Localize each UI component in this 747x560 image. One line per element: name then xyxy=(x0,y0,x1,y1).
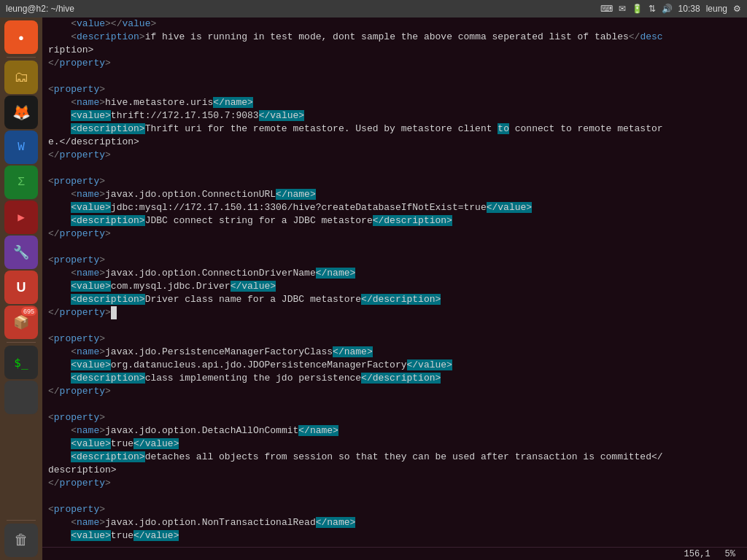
sidebar-divider-3 xyxy=(7,520,36,521)
code-line: <description>class implementing the jdo … xyxy=(42,372,747,385)
code-line xyxy=(42,241,747,254)
code-line: <name>javax.jdo.PersistenceManagerFactor… xyxy=(42,346,747,359)
sidebar-item-firefox[interactable]: 🦊 xyxy=(4,96,38,129)
sidebar-item-workspace[interactable] xyxy=(4,381,38,414)
battery-icon: 🔋 xyxy=(632,4,643,14)
sidebar-item-software[interactable]: 📦 695 xyxy=(4,306,38,339)
update-badge: 695 xyxy=(21,307,36,316)
code-line: <description>Driver class name for a JDB… xyxy=(42,293,747,306)
sidebar: ● 🗂 🦊 W Σ ▶ 🔧 U 📦 695 $_ 🗑 xyxy=(0,18,42,560)
code-line: </property> xyxy=(42,385,747,398)
settings-icon[interactable]: ⚙ xyxy=(733,4,741,14)
code-line: <description>Thrift uri for the remote m… xyxy=(42,122,747,136)
code-line: ription> xyxy=(42,44,747,57)
topbar-title: leung@h2: ~/hive xyxy=(6,4,74,14)
code-line: <property> xyxy=(42,254,747,267)
code-line: <property> xyxy=(42,332,747,346)
code-line: <value>org.datanucleus.api.jdo.JDOPersis… xyxy=(42,359,747,372)
code-line: <description>if hive is running in test … xyxy=(42,31,747,44)
code-line xyxy=(42,162,747,175)
code-line: <value>thrift://172.17.150.7:9083</value… xyxy=(42,109,747,122)
statusbar: 156,1 5% xyxy=(42,547,747,560)
sidebar-item-trash[interactable]: 🗑 xyxy=(4,524,38,557)
code-line: <value>jdbc:mysql://172.17.150.11:3306/h… xyxy=(42,201,747,214)
code-line: <property> xyxy=(42,503,747,516)
sidebar-item-ublock[interactable]: U xyxy=(4,271,38,304)
sidebar-item-writer[interactable]: W xyxy=(4,131,38,164)
code-line xyxy=(42,70,747,83)
code-line: <name>javax.jdo.option.NonTransactionalR… xyxy=(42,516,747,529)
code-line: <value>true</value> xyxy=(42,529,747,542)
editor-content[interactable]: <value></value> <description>if hive is … xyxy=(42,18,747,547)
sidebar-item-files[interactable]: 🗂 xyxy=(4,61,38,94)
sidebar-divider-1 xyxy=(7,57,36,58)
sidebar-item-impress[interactable]: ▶ xyxy=(4,201,38,234)
topbar: leung@h2: ~/hive ⌨ ✉ 🔋 ⇅ 🔊 10:38 leung ⚙ xyxy=(0,0,747,18)
main-editor: <value></value> <description>if hive is … xyxy=(42,18,747,560)
code-line: <property> xyxy=(42,411,747,424)
volume-icon: 🔊 xyxy=(662,4,673,14)
code-line: <name>javax.jdo.option.ConnectionURL</na… xyxy=(42,188,747,201)
sidebar-item-terminal[interactable]: $_ xyxy=(4,346,38,379)
code-line: <value>true</value> xyxy=(42,438,747,451)
code-line: <property> xyxy=(42,83,747,96)
network-icon: ⇅ xyxy=(649,4,656,14)
statusbar-scroll: 5% xyxy=(725,549,735,559)
code-line xyxy=(42,490,747,503)
code-line: </property> xyxy=(42,57,747,70)
sidebar-divider-2 xyxy=(7,342,36,343)
topbar-user: leung xyxy=(706,4,727,14)
code-line: <value>com.mysql.jdbc.Driver</value> xyxy=(42,280,747,293)
topbar-time: 10:38 xyxy=(678,4,700,14)
code-line: </property> xyxy=(42,149,747,162)
sidebar-item-calc[interactable]: Σ xyxy=(4,166,38,199)
code-line: <name>javax.jdo.option.DetachAllOnCommit… xyxy=(42,424,747,438)
code-line: </property> xyxy=(42,306,747,319)
keyboard-icon: ⌨ xyxy=(600,4,613,14)
sidebar-item-tools[interactable]: 🔧 xyxy=(4,236,38,269)
code-line: e.</description> xyxy=(42,136,747,149)
code-line: <description>detaches all objects from s… xyxy=(42,451,747,464)
code-line: </property> xyxy=(42,477,747,490)
mail-icon: ✉ xyxy=(619,4,626,14)
code-line: description> xyxy=(42,464,747,477)
code-line xyxy=(42,319,747,332)
code-line: <property> xyxy=(42,175,747,188)
code-line: </property> xyxy=(42,228,747,241)
code-line: <value></value> xyxy=(42,18,747,31)
sidebar-item-ubuntu[interactable]: ● xyxy=(4,20,38,54)
code-line: <name>javax.jdo.option.ConnectionDriverN… xyxy=(42,267,747,280)
code-line xyxy=(42,398,747,411)
topbar-right: ⌨ ✉ 🔋 ⇅ 🔊 10:38 leung ⚙ xyxy=(600,4,741,14)
statusbar-position: 156,1 xyxy=(684,549,711,559)
code-line: <description>JDBC connect string for a J… xyxy=(42,214,747,228)
topbar-left: leung@h2: ~/hive xyxy=(6,4,74,14)
text-cursor xyxy=(111,306,117,319)
code-line: <name>hive.metastore.uris</name> xyxy=(42,96,747,109)
